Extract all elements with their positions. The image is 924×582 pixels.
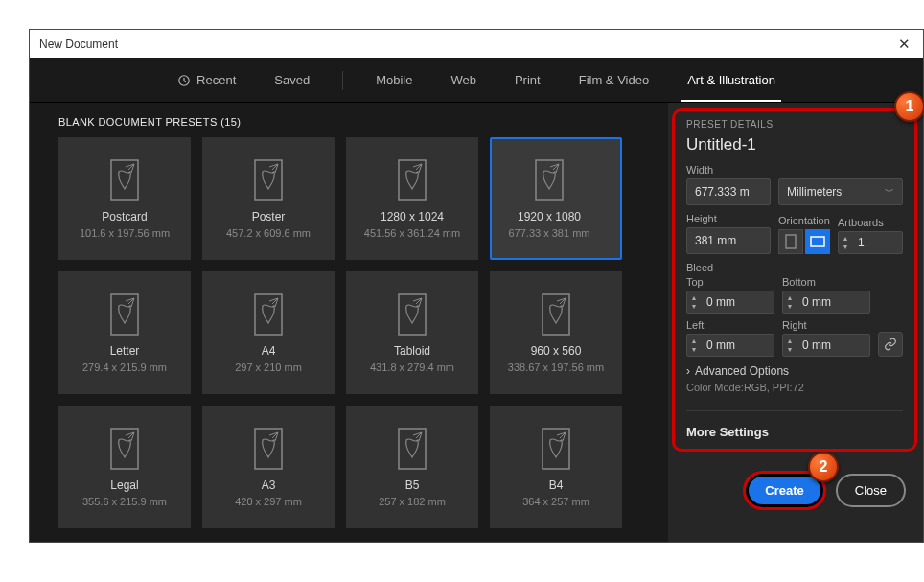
width-label: Width (686, 164, 903, 175)
preset-name: Poster (252, 210, 286, 223)
document-icon (539, 292, 573, 337)
preset-size: 355.6 x 215.9 mm (82, 496, 167, 507)
window-title: New Document (39, 37, 118, 51)
svg-rect-9 (111, 429, 138, 469)
preset-card[interactable]: 960 x 560338.67 x 197.56 mm (490, 271, 622, 394)
bleed-right-input[interactable]: ▲▼0 mm (782, 334, 870, 357)
link-bleed-button[interactable] (878, 332, 903, 357)
document-icon (251, 292, 286, 337)
close-button[interactable]: Close (836, 474, 906, 507)
preset-card[interactable]: Poster457.2 x 609.6 mm (202, 137, 335, 260)
preset-card[interactable]: A4297 x 210 mm (202, 271, 335, 394)
svg-rect-1 (111, 160, 138, 200)
svg-rect-4 (536, 160, 563, 200)
document-icon (107, 292, 142, 337)
bleed-left-input[interactable]: ▲▼0 mm (686, 334, 774, 357)
tab-art-illustration[interactable]: Art & Illustration (681, 58, 781, 102)
bleed-bottom-input[interactable]: ▲▼0 mm (782, 291, 870, 314)
advanced-options-toggle[interactable]: › Advanced Options (686, 364, 903, 378)
preset-size: 677.33 x 381 mm (509, 227, 590, 239)
preset-size: 364 x 257 mm (522, 496, 589, 507)
document-icon (395, 158, 429, 202)
height-input[interactable]: 381 mm (686, 227, 771, 254)
separator (342, 71, 343, 90)
tab-web[interactable]: Web (445, 58, 482, 102)
preset-name: Postcard (102, 210, 147, 223)
details-column: 1 PRESET DETAILS Untitled-1 Width 677.33… (668, 103, 923, 542)
tab-saved[interactable]: Saved (268, 58, 315, 102)
orientation-label: Orientation (778, 215, 830, 226)
artboards-stepper[interactable]: ▲▼ 1 (838, 231, 903, 254)
bleed-label: Bleed (686, 262, 903, 273)
preset-card[interactable]: B4364 x 257 mm (490, 406, 622, 528)
portrait-icon (785, 234, 797, 249)
preset-name: 1920 x 1080 (518, 210, 581, 223)
svg-rect-12 (543, 429, 569, 469)
svg-rect-10 (255, 429, 282, 469)
preset-name: A3 (262, 478, 276, 492)
bleed-left-label: Left (686, 319, 774, 331)
preset-name: Legal (110, 478, 138, 492)
preset-size: 431.8 x 279.4 mm (370, 361, 454, 373)
titlebar: New Document ✕ (30, 30, 923, 58)
preset-name: Tabloid (394, 344, 430, 358)
width-input[interactable]: 677.333 m (686, 178, 771, 205)
units-select[interactable]: Millimeters ﹀ (778, 178, 903, 205)
tab-recent[interactable]: Recent (172, 58, 242, 102)
preset-card[interactable]: Tabloid431.8 x 279.4 mm (346, 271, 478, 394)
presets-panel: BLANK DOCUMENT PRESETS (15) Postcard101.… (30, 103, 668, 542)
artboards-label: Artboards (838, 217, 903, 228)
preset-grid: Postcard101.6 x 197.56 mmPoster457.2 x 6… (58, 137, 658, 528)
landscape-icon (810, 236, 825, 247)
preset-size: 101.6 x 197.56 mm (80, 227, 170, 239)
link-icon (884, 338, 897, 351)
clock-icon (177, 74, 191, 87)
svg-rect-11 (399, 429, 426, 469)
document-icon (107, 427, 142, 471)
preset-size: 297 x 210 mm (235, 361, 302, 373)
chevron-down-icon: ﹀ (885, 185, 894, 198)
preset-card[interactable]: 1920 x 1080677.33 x 381 mm (490, 137, 622, 260)
document-name[interactable]: Untitled-1 (686, 135, 903, 154)
document-icon (395, 427, 429, 471)
preset-card[interactable]: 1280 x 1024451.56 x 361.24 mm (346, 137, 478, 260)
document-icon (395, 292, 429, 337)
orientation-landscape[interactable] (805, 229, 830, 254)
preset-size: 279.4 x 215.9 mm (82, 361, 167, 373)
preset-card[interactable]: Postcard101.6 x 197.56 mm (58, 137, 191, 260)
orientation-portrait[interactable] (778, 229, 803, 254)
svg-rect-2 (255, 160, 282, 200)
preset-card[interactable]: B5257 x 182 mm (346, 406, 478, 528)
svg-rect-3 (399, 160, 426, 200)
preset-size: 451.56 x 361.24 mm (364, 227, 460, 239)
document-icon (251, 427, 286, 471)
category-tabs: Recent Saved Mobile Web Print Film & Vid… (30, 58, 923, 103)
close-icon[interactable]: ✕ (895, 35, 913, 53)
dialog-footer: 2 Create Close (668, 457, 923, 531)
color-mode-text: Color Mode:RGB, PPI:72 (686, 382, 903, 393)
bleed-top-input[interactable]: ▲▼0 mm (686, 291, 774, 314)
preset-card[interactable]: A3420 x 297 mm (202, 406, 335, 528)
preset-name: B4 (549, 478, 564, 492)
more-settings-button[interactable]: More Settings (686, 410, 903, 439)
preset-name: 960 x 560 (531, 344, 582, 358)
svg-rect-7 (399, 294, 426, 335)
svg-rect-5 (111, 294, 138, 335)
preset-name: B5 (405, 478, 420, 492)
document-icon (532, 158, 566, 202)
preset-size: 420 x 297 mm (235, 496, 302, 507)
svg-rect-6 (255, 294, 282, 335)
svg-rect-13 (786, 235, 796, 248)
preset-card[interactable]: Letter279.4 x 215.9 mm (58, 271, 191, 394)
preset-name: 1280 x 1024 (381, 210, 444, 223)
preset-card[interactable]: Legal355.6 x 215.9 mm (58, 406, 191, 528)
bleed-top-label: Top (686, 276, 774, 288)
tab-mobile[interactable]: Mobile (370, 58, 418, 102)
preset-size: 257 x 182 mm (379, 496, 446, 507)
document-icon (539, 427, 573, 471)
preset-name: Letter (110, 344, 140, 358)
callout-badge-2: 2 (808, 452, 839, 482)
tab-film-video[interactable]: Film & Video (573, 58, 655, 102)
chevron-right-icon: › (686, 364, 690, 378)
tab-print[interactable]: Print (509, 58, 546, 102)
